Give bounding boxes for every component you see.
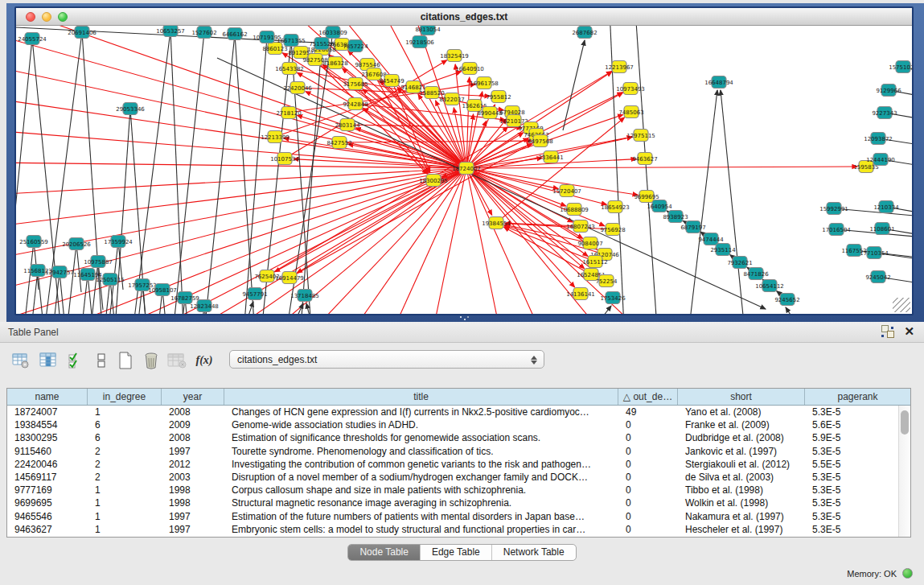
table-row[interactable]: 2242004622012Investigating the contribut… [7, 458, 898, 471]
table-cell[interactable]: Stergiakouli et al. (2012) [678, 459, 805, 470]
table-cell[interactable]: Tibbo et al. (1998) [678, 484, 805, 496]
column-header[interactable]: △ out_de… [618, 389, 678, 405]
table-row[interactable]: 977716911998Corpus callosum shape and si… [7, 484, 898, 496]
table-options-icon[interactable] [10, 349, 32, 372]
table-cell[interactable]: Nakamura et al. (1997) [678, 511, 805, 522]
graph-node[interactable]: 8427552 [326, 137, 351, 149]
table-cell[interactable]: Jankovic et al. (1997) [678, 446, 805, 457]
graph-edge[interactable] [786, 307, 812, 314]
graph-node[interactable]: 8813054 [415, 26, 441, 35]
table-cell[interactable]: Hescheler et al. (1997) [678, 524, 805, 535]
graph-node[interactable]: 13718485 [290, 290, 319, 302]
table-cell[interactable]: 19384554 [7, 419, 88, 431]
table-cell[interactable]: 2008 [162, 406, 224, 418]
graph-node[interactable]: 16807243 [566, 220, 595, 233]
table-cell[interactable]: 1998 [162, 497, 224, 509]
graph-node[interactable]: 8471826 [743, 268, 769, 280]
table-row[interactable]: 1938455462009Genome-wide association stu… [7, 418, 898, 431]
column-header[interactable]: in_degree [88, 389, 162, 405]
network-graph-svg[interactable]: 1872400718300295193845547663822886012389… [16, 26, 912, 314]
graph-node[interactable]: 10975887 [84, 256, 113, 268]
graph-edge[interactable] [378, 168, 466, 314]
table-cell[interactable]: 0 [618, 419, 678, 431]
table-cell[interactable]: 2008 [162, 432, 224, 443]
graph-node[interactable]: 14136141 [566, 288, 595, 300]
table-cell[interactable]: 5.3E-5 [805, 524, 898, 535]
table-cell[interactable]: 1 [88, 497, 162, 509]
table-cell[interactable]: Estimation of the future numbers of pati… [224, 511, 618, 522]
table-cell[interactable]: 0 [618, 472, 678, 483]
table-cell[interactable]: Wolkin et al. (1998) [678, 497, 805, 509]
table-cell[interactable]: Dudbridge et al. (2008) [678, 432, 805, 443]
table-cell[interactable]: 0 [618, 511, 678, 522]
graph-node[interactable]: 10654112 [755, 280, 784, 292]
graph-node[interactable]: 25160559 [19, 236, 48, 248]
graph-edge[interactable] [201, 34, 235, 314]
column-visibility-icon[interactable] [37, 349, 60, 372]
window-resize-grip[interactable] [893, 298, 910, 312]
graph-edge[interactable] [721, 90, 746, 314]
table-cell[interactable]: 5.9E-5 [805, 432, 898, 443]
graph-node[interactable]: 12213967 [605, 61, 634, 73]
graph-node[interactable]: 9242848 [343, 98, 368, 110]
table-cell[interactable]: 5.3E-5 [805, 406, 898, 418]
table-cell[interactable]: 2 [88, 446, 162, 457]
network-canvas[interactable]: 1872400718300295193845547663822886012389… [16, 26, 912, 314]
table-cell[interactable]: 1 [88, 484, 162, 496]
table-cell[interactable]: 9115460 [7, 446, 88, 457]
table-cell[interactable]: 1 [88, 511, 162, 522]
table-cell[interactable]: 0 [618, 432, 678, 443]
table-cell[interactable]: 5.3E-5 [805, 497, 898, 509]
graph-node[interactable]: 7485063 [618, 106, 643, 118]
table-cell[interactable]: 0 [618, 497, 678, 509]
column-header[interactable]: year [162, 389, 224, 405]
table-cell[interactable]: Franke et al. (2009) [678, 419, 805, 431]
graph-node[interactable]: 9245042 [865, 271, 890, 283]
table-cell[interactable]: 0 [618, 446, 678, 457]
graph-node[interactable]: 16648794 [704, 76, 733, 89]
graph-node[interactable]: 2803144 [335, 119, 360, 131]
graph-node[interactable]: 15720407 [552, 185, 581, 197]
graph-node[interactable]: 17016504 [822, 224, 851, 236]
table-cell[interactable]: de Silva et al. (2003) [678, 472, 805, 483]
float-panel-icon[interactable] [881, 325, 894, 338]
table-selector-dropdown[interactable]: citations_edges.txt [229, 350, 544, 369]
graph-node[interactable]: 16961758 [470, 77, 499, 89]
table-cell[interactable]: 2012 [162, 459, 224, 470]
table-cell[interactable]: 1997 [162, 446, 224, 457]
table-cell[interactable]: Embryonic stem cells: a model to study s… [224, 524, 618, 535]
graph-node[interactable]: 18325419 [440, 50, 469, 62]
splitter-handle[interactable] [458, 315, 470, 321]
graph-edge[interactable] [466, 167, 857, 168]
graph-node[interactable]: 24055724 [18, 33, 47, 45]
scrollbar-thumb[interactable] [901, 410, 909, 435]
table-cell[interactable]: 5.3E-5 [805, 484, 898, 496]
table-cell[interactable]: 2 [88, 472, 162, 483]
table-cell[interactable]: 1 [88, 406, 162, 418]
table-cell[interactable]: 18300295 [7, 432, 88, 443]
table-cell[interactable]: 1997 [162, 524, 224, 535]
table-row[interactable]: 911546021997Tourette syndrome. Phenomeno… [7, 445, 898, 458]
tab-node-table[interactable]: Node Table [348, 545, 421, 560]
table-cell[interactable]: 9699695 [7, 497, 88, 509]
table-cell[interactable]: 5.5E-5 [805, 459, 898, 470]
graph-edge[interactable] [16, 163, 466, 168]
table-cell[interactable]: 2003 [162, 472, 224, 483]
table-cell[interactable]: 14569117 [7, 472, 88, 483]
graph-edge[interactable] [283, 303, 303, 314]
graph-node[interactable]: 7955812 [486, 91, 511, 103]
table-cell[interactable]: 9777169 [7, 484, 88, 496]
create-column-icon[interactable] [114, 349, 137, 372]
graph-edge[interactable] [170, 31, 185, 314]
table-cell[interactable]: Changes of HCN gene expression and I(f) … [224, 406, 618, 418]
column-header[interactable]: name [7, 389, 88, 405]
graph-node[interactable]: 1753426 [600, 292, 626, 304]
graph-node[interactable]: 16543382 [275, 63, 304, 75]
table-row[interactable]: 946554611997Estimation of the future num… [7, 510, 898, 523]
table-cell[interactable]: 18724007 [7, 406, 88, 418]
table-cell[interactable]: 1997 [162, 511, 224, 522]
tab-network-table[interactable]: Network Table [492, 545, 576, 560]
tab-edge-table[interactable]: Edge Table [421, 545, 492, 560]
table-cell[interactable]: 5.3E-5 [805, 472, 898, 483]
column-select-checklist-icon[interactable] [64, 349, 87, 372]
